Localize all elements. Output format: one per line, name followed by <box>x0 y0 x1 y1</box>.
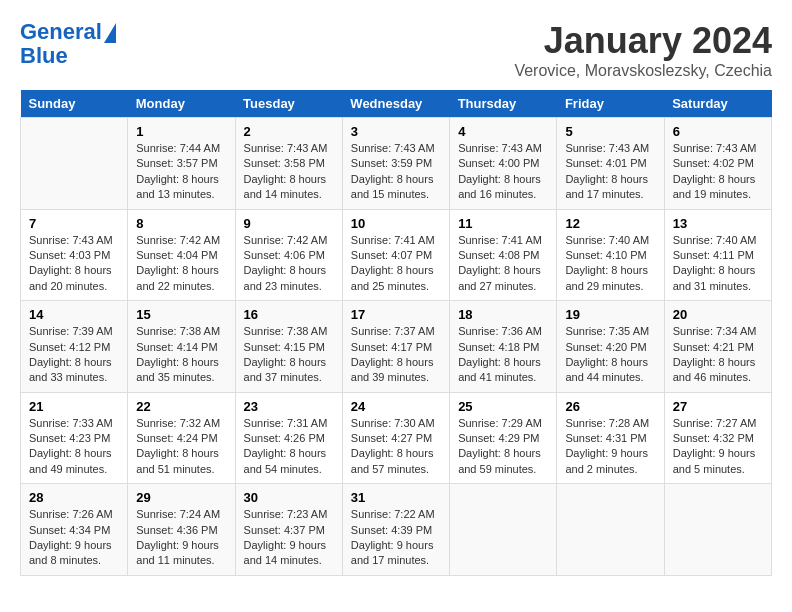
calendar-cell: 25Sunrise: 7:29 AMSunset: 4:29 PMDayligh… <box>450 392 557 484</box>
day-number: 8 <box>136 216 226 231</box>
day-number: 2 <box>244 124 334 139</box>
day-info: Sunrise: 7:39 AMSunset: 4:12 PMDaylight:… <box>29 324 119 386</box>
day-number: 16 <box>244 307 334 322</box>
day-number: 23 <box>244 399 334 414</box>
col-header-tuesday: Tuesday <box>235 90 342 118</box>
day-info: Sunrise: 7:31 AMSunset: 4:26 PMDaylight:… <box>244 416 334 478</box>
day-number: 12 <box>565 216 655 231</box>
day-number: 17 <box>351 307 441 322</box>
calendar-cell: 5Sunrise: 7:43 AMSunset: 4:01 PMDaylight… <box>557 118 664 210</box>
day-info: Sunrise: 7:41 AMSunset: 4:07 PMDaylight:… <box>351 233 441 295</box>
page-title: January 2024 <box>514 20 772 62</box>
calendar-week-row: 7Sunrise: 7:43 AMSunset: 4:03 PMDaylight… <box>21 209 772 301</box>
day-info: Sunrise: 7:43 AMSunset: 3:58 PMDaylight:… <box>244 141 334 203</box>
calendar-cell: 10Sunrise: 7:41 AMSunset: 4:07 PMDayligh… <box>342 209 449 301</box>
calendar-week-row: 21Sunrise: 7:33 AMSunset: 4:23 PMDayligh… <box>21 392 772 484</box>
calendar-cell: 29Sunrise: 7:24 AMSunset: 4:36 PMDayligh… <box>128 484 235 576</box>
calendar-cell: 9Sunrise: 7:42 AMSunset: 4:06 PMDaylight… <box>235 209 342 301</box>
calendar-cell: 22Sunrise: 7:32 AMSunset: 4:24 PMDayligh… <box>128 392 235 484</box>
day-info: Sunrise: 7:43 AMSunset: 4:02 PMDaylight:… <box>673 141 763 203</box>
day-number: 21 <box>29 399 119 414</box>
day-info: Sunrise: 7:37 AMSunset: 4:17 PMDaylight:… <box>351 324 441 386</box>
day-info: Sunrise: 7:27 AMSunset: 4:32 PMDaylight:… <box>673 416 763 478</box>
calendar-cell: 19Sunrise: 7:35 AMSunset: 4:20 PMDayligh… <box>557 301 664 393</box>
day-number: 13 <box>673 216 763 231</box>
logo-text-general: General <box>20 19 102 44</box>
day-number: 1 <box>136 124 226 139</box>
day-info: Sunrise: 7:24 AMSunset: 4:36 PMDaylight:… <box>136 507 226 569</box>
day-info: Sunrise: 7:22 AMSunset: 4:39 PMDaylight:… <box>351 507 441 569</box>
day-number: 11 <box>458 216 548 231</box>
calendar-week-row: 28Sunrise: 7:26 AMSunset: 4:34 PMDayligh… <box>21 484 772 576</box>
day-info: Sunrise: 7:23 AMSunset: 4:37 PMDaylight:… <box>244 507 334 569</box>
day-number: 14 <box>29 307 119 322</box>
day-info: Sunrise: 7:43 AMSunset: 4:00 PMDaylight:… <box>458 141 548 203</box>
day-number: 25 <box>458 399 548 414</box>
calendar-cell: 7Sunrise: 7:43 AMSunset: 4:03 PMDaylight… <box>21 209 128 301</box>
day-number: 19 <box>565 307 655 322</box>
calendar-cell <box>21 118 128 210</box>
calendar-cell: 24Sunrise: 7:30 AMSunset: 4:27 PMDayligh… <box>342 392 449 484</box>
calendar-cell: 21Sunrise: 7:33 AMSunset: 4:23 PMDayligh… <box>21 392 128 484</box>
day-number: 31 <box>351 490 441 505</box>
day-number: 28 <box>29 490 119 505</box>
calendar-cell: 20Sunrise: 7:34 AMSunset: 4:21 PMDayligh… <box>664 301 771 393</box>
col-header-sunday: Sunday <box>21 90 128 118</box>
day-info: Sunrise: 7:40 AMSunset: 4:11 PMDaylight:… <box>673 233 763 295</box>
calendar-cell: 8Sunrise: 7:42 AMSunset: 4:04 PMDaylight… <box>128 209 235 301</box>
day-info: Sunrise: 7:32 AMSunset: 4:24 PMDaylight:… <box>136 416 226 478</box>
day-info: Sunrise: 7:38 AMSunset: 4:15 PMDaylight:… <box>244 324 334 386</box>
calendar-cell: 4Sunrise: 7:43 AMSunset: 4:00 PMDaylight… <box>450 118 557 210</box>
day-info: Sunrise: 7:40 AMSunset: 4:10 PMDaylight:… <box>565 233 655 295</box>
col-header-wednesday: Wednesday <box>342 90 449 118</box>
calendar-cell: 2Sunrise: 7:43 AMSunset: 3:58 PMDaylight… <box>235 118 342 210</box>
calendar-cell: 30Sunrise: 7:23 AMSunset: 4:37 PMDayligh… <box>235 484 342 576</box>
calendar-cell: 23Sunrise: 7:31 AMSunset: 4:26 PMDayligh… <box>235 392 342 484</box>
day-number: 26 <box>565 399 655 414</box>
day-number: 3 <box>351 124 441 139</box>
calendar-week-row: 1Sunrise: 7:44 AMSunset: 3:57 PMDaylight… <box>21 118 772 210</box>
day-info: Sunrise: 7:42 AMSunset: 4:06 PMDaylight:… <box>244 233 334 295</box>
day-number: 30 <box>244 490 334 505</box>
title-block: January 2024 Verovice, Moravskoslezsky, … <box>514 20 772 80</box>
day-number: 18 <box>458 307 548 322</box>
day-number: 29 <box>136 490 226 505</box>
logo-text-blue: Blue <box>20 44 116 68</box>
day-info: Sunrise: 7:28 AMSunset: 4:31 PMDaylight:… <box>565 416 655 478</box>
day-info: Sunrise: 7:43 AMSunset: 4:03 PMDaylight:… <box>29 233 119 295</box>
calendar-cell: 1Sunrise: 7:44 AMSunset: 3:57 PMDaylight… <box>128 118 235 210</box>
day-info: Sunrise: 7:29 AMSunset: 4:29 PMDaylight:… <box>458 416 548 478</box>
day-number: 10 <box>351 216 441 231</box>
calendar-cell: 15Sunrise: 7:38 AMSunset: 4:14 PMDayligh… <box>128 301 235 393</box>
day-info: Sunrise: 7:34 AMSunset: 4:21 PMDaylight:… <box>673 324 763 386</box>
calendar-cell: 17Sunrise: 7:37 AMSunset: 4:17 PMDayligh… <box>342 301 449 393</box>
day-number: 20 <box>673 307 763 322</box>
calendar-week-row: 14Sunrise: 7:39 AMSunset: 4:12 PMDayligh… <box>21 301 772 393</box>
day-number: 24 <box>351 399 441 414</box>
calendar-cell: 16Sunrise: 7:38 AMSunset: 4:15 PMDayligh… <box>235 301 342 393</box>
page-subtitle: Verovice, Moravskoslezsky, Czechia <box>514 62 772 80</box>
calendar-cell: 13Sunrise: 7:40 AMSunset: 4:11 PMDayligh… <box>664 209 771 301</box>
calendar-cell: 6Sunrise: 7:43 AMSunset: 4:02 PMDaylight… <box>664 118 771 210</box>
calendar-cell: 12Sunrise: 7:40 AMSunset: 4:10 PMDayligh… <box>557 209 664 301</box>
logo: General Blue <box>20 20 116 68</box>
calendar-cell <box>450 484 557 576</box>
day-number: 7 <box>29 216 119 231</box>
calendar-cell: 31Sunrise: 7:22 AMSunset: 4:39 PMDayligh… <box>342 484 449 576</box>
day-number: 4 <box>458 124 548 139</box>
logo-icon <box>104 23 116 43</box>
day-info: Sunrise: 7:41 AMSunset: 4:08 PMDaylight:… <box>458 233 548 295</box>
day-number: 6 <box>673 124 763 139</box>
col-header-thursday: Thursday <box>450 90 557 118</box>
calendar-header-row: SundayMondayTuesdayWednesdayThursdayFrid… <box>21 90 772 118</box>
col-header-monday: Monday <box>128 90 235 118</box>
page-header: General Blue January 2024 Verovice, Mora… <box>20 20 772 80</box>
calendar-cell: 14Sunrise: 7:39 AMSunset: 4:12 PMDayligh… <box>21 301 128 393</box>
day-number: 9 <box>244 216 334 231</box>
day-info: Sunrise: 7:43 AMSunset: 4:01 PMDaylight:… <box>565 141 655 203</box>
calendar-cell: 11Sunrise: 7:41 AMSunset: 4:08 PMDayligh… <box>450 209 557 301</box>
calendar-cell: 18Sunrise: 7:36 AMSunset: 4:18 PMDayligh… <box>450 301 557 393</box>
day-info: Sunrise: 7:30 AMSunset: 4:27 PMDaylight:… <box>351 416 441 478</box>
col-header-saturday: Saturday <box>664 90 771 118</box>
calendar-cell: 27Sunrise: 7:27 AMSunset: 4:32 PMDayligh… <box>664 392 771 484</box>
